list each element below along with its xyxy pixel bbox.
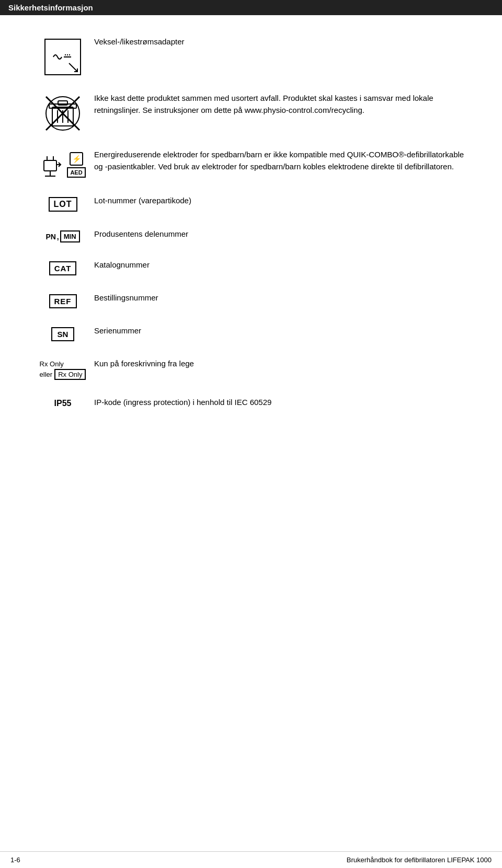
rx-eller-line: eller Rx Only [40, 369, 86, 380]
row-aed: ⚡ AED Energireduserende elektroder for s… [31, 149, 471, 178]
page-footer: 1-6 Brukerhåndbok for defibrillatoren LI… [0, 851, 502, 868]
aed-badge: AED [67, 167, 85, 178]
cat-symbol: CAT [49, 261, 77, 275]
icon-cell-aed: ⚡ AED [31, 149, 94, 178]
row-sn: SN Serienummer [31, 325, 471, 341]
lot-symbol: LOT [49, 197, 77, 212]
row-ref: REF Bestillingsnummer [31, 292, 471, 308]
text-cat: Katalognummer [94, 259, 471, 271]
icon-cell-lot: LOT [31, 195, 94, 212]
aed-plug: ⚡ [69, 152, 84, 166]
rxonly-symbol: Rx Only eller Rx Only [40, 360, 86, 380]
icon-cell-cat: CAT [31, 259, 94, 275]
recycle-icon [44, 95, 82, 132]
ref-symbol: REF [49, 294, 77, 308]
svg-text:⚡: ⚡ [72, 155, 81, 164]
row-rxonly: Rx Only eller Rx Only Kun på foreskrivni… [31, 358, 471, 380]
header-title: Sikkerhetsinformasjon [8, 3, 93, 12]
row-recycle: Ikke kast dette produktet sammen med uso… [31, 92, 471, 132]
sn-symbol: SN [51, 327, 75, 341]
pn-min-symbol: PN , MIN [45, 230, 79, 242]
text-ref: Bestillingsnummer [94, 292, 471, 304]
rx-plain: Rx Only [40, 360, 64, 368]
pn-label: PN [45, 233, 55, 241]
row-ip55: IP55 IP-kode (ingress protection) i henh… [31, 397, 471, 409]
aed-combo-icon: ⚡ AED [40, 151, 85, 178]
text-sn: Serienummer [94, 325, 471, 337]
rx-boxed: Rx Only [54, 369, 86, 380]
defibrillator-icon: ⚡ [69, 152, 84, 166]
rx-eller: eller [40, 371, 53, 378]
main-content: Veksel-/likestrømsadapter [0, 15, 502, 467]
icon-cell-recycle [31, 92, 94, 132]
icon-cell-ac-dc [31, 36, 94, 76]
icon-cell-ref: REF [31, 292, 94, 308]
svg-line-1 [69, 63, 77, 72]
footer-page-number: 1-6 [10, 856, 20, 864]
svg-rect-13 [44, 160, 56, 171]
footer-title: Brukerhåndbok for defibrillatoren LIFEPA… [347, 856, 492, 864]
row-cat: CAT Katalognummer [31, 259, 471, 275]
text-ip55: IP-kode (ingress protection) i henhold t… [94, 397, 471, 409]
ip55-symbol: IP55 [54, 399, 72, 408]
text-rxonly: Kun på foreskrivning fra lege [94, 358, 471, 370]
ac-dc-icon [44, 38, 82, 76]
text-lot: Lot-nummer (varepartikode) [94, 195, 471, 207]
icon-cell-rxonly: Rx Only eller Rx Only [31, 358, 94, 380]
row-pn-min: PN , MIN Produsentens delenummer [31, 228, 471, 242]
row-ac-dc: Veksel-/likestrømsadapter [31, 36, 471, 76]
min-box: MIN [60, 230, 80, 242]
text-ac-dc: Veksel-/likestrømsadapter [94, 36, 471, 48]
icon-cell-pn-min: PN , MIN [31, 228, 94, 242]
text-aed: Energireduserende elektroder for spedbar… [94, 149, 471, 172]
page-header: Sikkerhetsinformasjon [0, 0, 502, 15]
row-lot: LOT Lot-nummer (varepartikode) [31, 195, 471, 212]
text-recycle: Ikke kast dette produktet sammen med uso… [94, 92, 471, 116]
text-pn-min: Produsentens delenummer [94, 228, 471, 240]
connector-icon [40, 151, 63, 178]
icon-cell-sn: SN [31, 325, 94, 341]
icon-cell-ip55: IP55 [31, 397, 94, 408]
